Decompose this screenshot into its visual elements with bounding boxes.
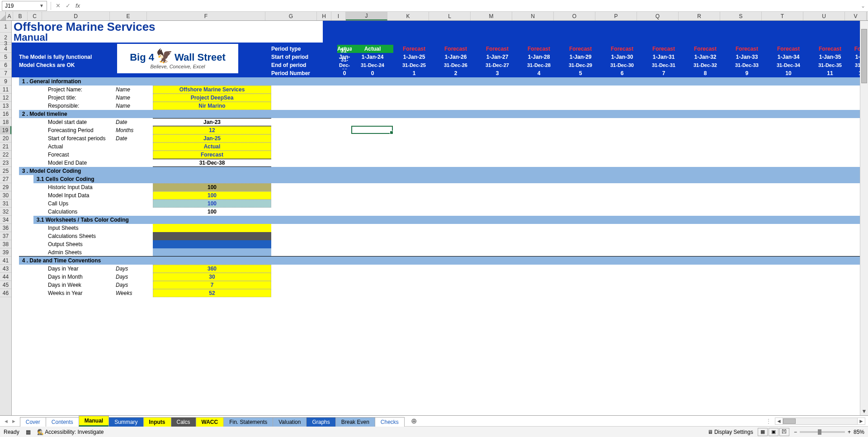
- zoom-out-icon[interactable]: −: [794, 429, 797, 435]
- row-header-22[interactable]: 22: [0, 151, 11, 159]
- row-header-19[interactable]: 19: [0, 126, 11, 134]
- tab-split-handle[interactable]: ⋮: [766, 418, 769, 424]
- row-header-6[interactable]: 6: [0, 61, 11, 69]
- tab-first-icon[interactable]: ◄: [4, 418, 9, 424]
- row-header-36[interactable]: 36: [0, 224, 11, 232]
- row-header-25[interactable]: 25: [0, 167, 11, 175]
- weeks-year-value[interactable]: 52: [153, 289, 271, 297]
- fx-icon[interactable]: fx: [73, 1, 83, 11]
- chevron-down-icon[interactable]: ▼: [39, 3, 44, 8]
- accessibility-status[interactable]: 🕵 Accessibility: Investigate: [37, 429, 104, 435]
- row-header-45[interactable]: 45: [0, 281, 11, 289]
- sheet-tab-cover[interactable]: Cover: [20, 417, 46, 427]
- calculations-value[interactable]: 100: [153, 208, 271, 216]
- view-normal-icon[interactable]: ▦: [758, 428, 768, 436]
- model-end-value[interactable]: 31-Dec-38: [153, 159, 271, 167]
- sheet-tab-valuation[interactable]: Valuation: [273, 417, 307, 427]
- column-header-E[interactable]: E: [110, 12, 147, 20]
- zoom-in-icon[interactable]: +: [848, 429, 851, 435]
- horizontal-scrollbar[interactable]: ◄ ►: [775, 418, 865, 425]
- display-settings-button[interactable]: 🖥 Display Settings: [708, 429, 753, 435]
- column-header-P[interactable]: P: [595, 12, 637, 20]
- macro-record-icon[interactable]: ▦: [26, 429, 31, 435]
- enter-icon[interactable]: ✓: [63, 1, 73, 11]
- column-header-N[interactable]: N: [512, 12, 554, 20]
- start-forecast-value[interactable]: Jan-25: [153, 134, 271, 142]
- column-header-A[interactable]: A: [6, 12, 13, 20]
- callups-value[interactable]: 100: [153, 200, 271, 208]
- grid-body[interactable]: Offshore Marine ServicesManualThe Model …: [12, 21, 860, 415]
- expand-formula-icon[interactable]: ⌄: [858, 3, 868, 9]
- column-header-B[interactable]: B: [13, 12, 28, 20]
- sheet-tab-calcs[interactable]: Calcs: [171, 417, 196, 427]
- row-header-11[interactable]: 11: [0, 86, 11, 94]
- row-header-4[interactable]: 4: [0, 45, 11, 53]
- sheet-tab-manual[interactable]: Manual: [79, 416, 109, 427]
- sheet-tab-summary[interactable]: Summary: [108, 417, 143, 427]
- row-header-13[interactable]: 13: [0, 102, 11, 110]
- days-year-value[interactable]: 360: [153, 265, 271, 273]
- row-header-12[interactable]: 12: [0, 94, 11, 102]
- column-header-T[interactable]: T: [762, 12, 803, 20]
- sheet-tab-wacc[interactable]: WACC: [196, 417, 224, 427]
- column-header-V[interactable]: V: [845, 12, 867, 20]
- model-start-value[interactable]: Jan-23: [153, 118, 271, 126]
- column-header-O[interactable]: O: [554, 12, 595, 20]
- row-header-38[interactable]: 38: [0, 240, 11, 248]
- row-header-23[interactable]: 23: [0, 159, 11, 167]
- hscroll-right-icon[interactable]: ►: [857, 418, 865, 425]
- row-header-18[interactable]: 18: [0, 118, 11, 126]
- column-header-L[interactable]: L: [429, 12, 471, 20]
- zoom-slider[interactable]: [800, 431, 845, 433]
- row-header-43[interactable]: 43: [0, 265, 11, 273]
- sheet-tab-break-even[interactable]: Break Even: [335, 417, 375, 427]
- row-header-44[interactable]: 44: [0, 273, 11, 281]
- column-header-G[interactable]: G: [265, 12, 317, 20]
- hscroll-left-icon[interactable]: ◄: [775, 418, 783, 425]
- scroll-thumb[interactable]: [861, 29, 867, 83]
- model-input-value[interactable]: 100: [153, 191, 271, 200]
- column-header-S[interactable]: S: [720, 12, 762, 20]
- row-header-39[interactable]: 39: [0, 248, 11, 256]
- hscroll-thumb[interactable]: [783, 418, 796, 424]
- actual-value[interactable]: Actual: [153, 142, 271, 151]
- row-header-29[interactable]: 29: [0, 183, 11, 191]
- sheet-tab-graphs[interactable]: Graphs: [306, 417, 335, 427]
- name-box[interactable]: J19 ▼: [2, 1, 47, 11]
- responsible-value[interactable]: Nir Marino: [153, 102, 271, 110]
- row-header-31[interactable]: 31: [0, 200, 11, 208]
- select-all-corner[interactable]: [0, 12, 6, 20]
- forecast-value[interactable]: Forecast: [153, 151, 271, 159]
- formula-input[interactable]: [83, 1, 858, 11]
- row-header-20[interactable]: 20: [0, 134, 11, 142]
- forecast-period-value[interactable]: 12: [153, 126, 271, 134]
- sheet-tab-fin-statements[interactable]: Fin. Statements: [223, 417, 273, 427]
- row-header-21[interactable]: 21: [0, 142, 11, 151]
- row-header-30[interactable]: 30: [0, 191, 11, 200]
- row-header-46[interactable]: 46: [0, 289, 11, 297]
- tab-next-icon[interactable]: ►: [11, 418, 16, 424]
- days-month-value[interactable]: 30: [153, 273, 271, 281]
- days-week-value[interactable]: 7: [153, 281, 271, 289]
- zoom-handle[interactable]: [818, 429, 821, 435]
- project-name-value[interactable]: Offshore Marine Services: [153, 86, 271, 94]
- column-header-Q[interactable]: Q: [637, 12, 679, 20]
- sheet-tab-contents[interactable]: Contents: [46, 417, 79, 427]
- row-header-5[interactable]: 5: [0, 53, 11, 61]
- project-title-value[interactable]: Project DeepSea: [153, 94, 271, 102]
- row-header-7[interactable]: 7: [0, 69, 11, 77]
- historic-input-value[interactable]: 100: [153, 183, 271, 191]
- column-header-C[interactable]: C: [28, 12, 42, 20]
- row-header-37[interactable]: 37: [0, 232, 11, 240]
- sheet-tab-inputs[interactable]: Inputs: [143, 417, 171, 427]
- scroll-track[interactable]: [860, 29, 868, 407]
- row-header-1[interactable]: 1: [0, 21, 11, 33]
- row-header-16[interactable]: 16: [0, 110, 11, 118]
- row-header-27[interactable]: 27: [0, 175, 11, 183]
- hscroll-track[interactable]: [783, 418, 857, 425]
- zoom-level[interactable]: 85%: [854, 429, 864, 435]
- new-sheet-icon[interactable]: ⊕: [409, 417, 420, 425]
- column-header-K[interactable]: K: [387, 12, 429, 20]
- view-layout-icon[interactable]: ▣: [769, 428, 778, 436]
- cancel-icon[interactable]: ✕: [53, 1, 63, 11]
